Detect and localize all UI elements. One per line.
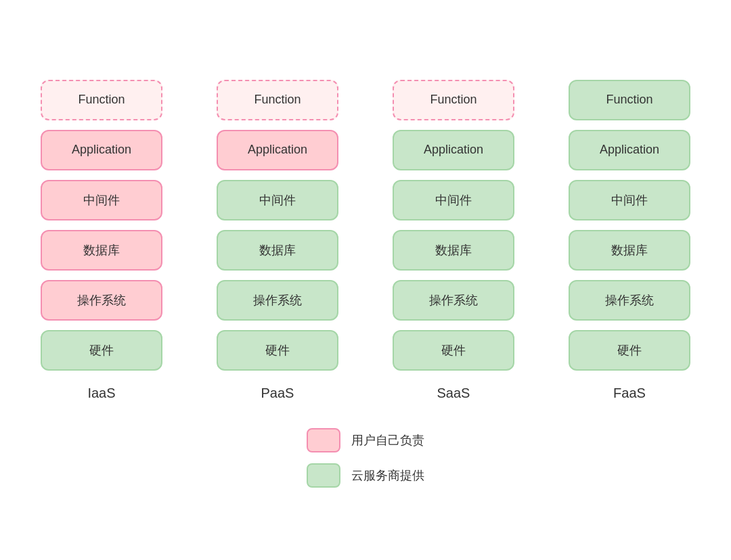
box-Application: Application (41, 130, 162, 170)
legend-label-pink: 用户自己负责 (351, 432, 424, 448)
box-操作系统: 操作系统 (569, 280, 690, 321)
box-数据库: 数据库 (41, 230, 162, 271)
column-paas: FunctionApplication中间件数据库操作系统硬件PaaS (196, 80, 359, 401)
box-中间件: 中间件 (393, 180, 514, 220)
box-中间件: 中间件 (217, 180, 338, 220)
legend-item-green: 云服务商提供 (307, 463, 424, 488)
box-Function: Function (217, 80, 338, 120)
box-硬件: 硬件 (393, 330, 514, 371)
box-Function: Function (393, 80, 514, 120)
legend-item-pink: 用户自己负责 (307, 428, 424, 452)
box-数据库: 数据库 (217, 230, 338, 271)
column-label-faas: FaaS (613, 386, 646, 401)
box-操作系统: 操作系统 (217, 280, 338, 321)
box-硬件: 硬件 (217, 330, 338, 371)
box-中间件: 中间件 (569, 180, 690, 220)
box-Application: Application (569, 130, 690, 170)
legend-box-green (307, 463, 340, 488)
comparison-grid: FunctionApplication中间件数据库操作系统硬件IaaSFunct… (20, 80, 711, 401)
legend: 用户自己负责云服务商提供 (307, 428, 424, 488)
box-中间件: 中间件 (41, 180, 162, 220)
column-faas: FunctionApplication中间件数据库操作系统硬件FaaS (548, 80, 711, 401)
box-操作系统: 操作系统 (393, 280, 514, 321)
legend-label-green: 云服务商提供 (351, 467, 424, 484)
legend-box-pink (307, 428, 340, 452)
column-label-iaas: IaaS (87, 386, 115, 401)
column-saas: FunctionApplication中间件数据库操作系统硬件SaaS (372, 80, 535, 401)
box-硬件: 硬件 (41, 330, 162, 371)
box-操作系统: 操作系统 (41, 280, 162, 321)
column-label-saas: SaaS (437, 386, 470, 401)
column-iaas: FunctionApplication中间件数据库操作系统硬件IaaS (20, 80, 183, 401)
box-Application: Application (217, 130, 338, 170)
box-数据库: 数据库 (569, 230, 690, 271)
box-Application: Application (393, 130, 514, 170)
box-硬件: 硬件 (569, 330, 690, 371)
box-Function: Function (569, 80, 690, 120)
column-label-paas: PaaS (261, 386, 294, 401)
box-数据库: 数据库 (393, 230, 514, 271)
box-Function: Function (41, 80, 162, 120)
